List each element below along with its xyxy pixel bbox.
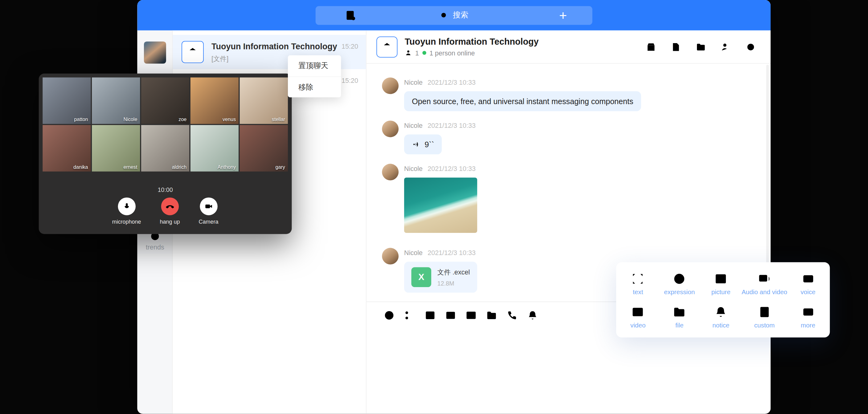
message-sender: Nicole (404, 78, 423, 86)
sender-avatar[interactable] (382, 121, 399, 137)
participant-name: zoe (179, 117, 186, 122)
participant-tile: patton (42, 77, 91, 124)
video-call-panel: patton Nicole zoe venus stellar danika e… (39, 74, 292, 234)
participant-name: ernest (123, 164, 137, 170)
folder-icon[interactable] (695, 41, 707, 52)
settings-icon[interactable] (745, 41, 756, 52)
participant-grid: patton Nicole zoe venus stellar danika e… (42, 77, 288, 171)
participant-name: danika (73, 164, 88, 170)
feature-video[interactable]: video (617, 300, 659, 333)
message-type-panel: text expression picture Audio and video … (616, 262, 830, 337)
screen: 搜索 + trends Tuoyun Information Technolog… (0, 0, 868, 414)
message-image: Nicole 2021/12/3 10:33 (382, 164, 477, 233)
audio-video-icon (757, 272, 772, 286)
participant-tile: ernest (92, 125, 140, 171)
feature-label: video (630, 322, 646, 328)
member-icon (405, 49, 412, 56)
conversation-title: Tuoyun Information Technology (212, 41, 337, 51)
text-bubble[interactable]: Open source, free, and universal instant… (404, 91, 641, 111)
sender-avatar[interactable] (382, 248, 399, 264)
feature-voice[interactable]: voice (787, 267, 829, 300)
conversation-time: 15:20 (342, 42, 358, 50)
voice-icon (801, 272, 815, 286)
chat-header-actions (646, 41, 756, 52)
notification-icon[interactable] (526, 309, 539, 322)
sender-avatar[interactable] (382, 164, 399, 181)
member-count: 1 (415, 49, 419, 57)
participant-tile: zoe (141, 77, 189, 124)
message-time: 2021/12/3 10:33 (428, 249, 475, 257)
context-menu: 置顶聊天 移除 (288, 56, 341, 97)
feature-file[interactable]: file (659, 300, 700, 333)
trends-label: trends (146, 243, 164, 251)
call-timer: 10:00 (39, 186, 292, 193)
composer-toolbar (383, 309, 539, 322)
call-icon[interactable] (506, 309, 519, 322)
video-icon (631, 305, 645, 319)
archive-icon[interactable] (646, 41, 656, 52)
participant-name: Nicole (123, 117, 137, 122)
online-dot (422, 51, 426, 55)
hang-up-label: hang up (160, 218, 180, 225)
participant-name: venus (222, 117, 236, 122)
chat-header: Tuoyun Information Technology 1 1 person… (367, 31, 771, 64)
message-time: 2021/12/3 10:33 (428, 78, 475, 86)
contact-card-icon[interactable] (465, 309, 477, 322)
search-input[interactable]: 搜索 (439, 10, 468, 20)
chat-record-search-icon[interactable] (671, 41, 682, 52)
search-icon (439, 11, 448, 20)
message-text: Nicole 2021/12/3 10:33 Open source, free… (382, 77, 641, 111)
sender-avatar[interactable] (382, 77, 399, 94)
file-attachment[interactable]: X 文件 .excel 12.8M (404, 262, 477, 293)
feature-label: custom (754, 322, 775, 328)
participant-tile: danika (42, 125, 91, 171)
chat-main: Tuoyun Information Technology 1 1 person… (367, 31, 771, 414)
feature-notice[interactable]: notice (700, 300, 741, 333)
participant-tile: Nicole (92, 77, 140, 124)
message-sender: Nicole (404, 122, 423, 129)
beach-photo-thumbnail[interactable] (404, 178, 477, 233)
group-building-icon (376, 36, 397, 57)
add-button[interactable]: + (559, 6, 567, 24)
participant-tile: gary (240, 125, 288, 171)
microphone-mute-button[interactable] (118, 197, 135, 215)
user-avatar[interactable] (144, 41, 166, 64)
participant-name: gary (275, 164, 285, 170)
feature-audio-video[interactable]: Audio and video (742, 267, 787, 300)
video-icon[interactable] (444, 309, 457, 322)
folder-icon[interactable] (486, 309, 498, 322)
more-icon (801, 305, 815, 319)
feature-custom[interactable]: custom (742, 300, 787, 333)
feature-text[interactable]: text (617, 267, 659, 300)
conversation-time: 15:20 (342, 77, 358, 85)
voice-duration: 9`` (425, 140, 434, 149)
screenshot-icon[interactable] (403, 309, 416, 322)
camera-off-button[interactable] (200, 197, 217, 215)
feature-label: picture (711, 289, 731, 295)
file-name: 文件 .excel (437, 268, 470, 277)
emoji-icon[interactable] (383, 309, 396, 322)
feature-label: notice (712, 322, 729, 328)
voice-bubble[interactable]: 9`` (404, 134, 442, 154)
add-member-icon[interactable] (720, 41, 732, 52)
menu-item-remove[interactable]: 移除 (288, 76, 341, 97)
image-icon[interactable] (424, 309, 436, 322)
file-icon (672, 305, 687, 319)
feature-expression[interactable]: expression (659, 267, 700, 300)
participant-tile: venus (190, 77, 239, 124)
search-label: 搜索 (453, 10, 468, 20)
file-size: 12.8M (437, 280, 470, 287)
menu-item-pin-chat[interactable]: 置顶聊天 (288, 56, 341, 76)
feature-picture[interactable]: picture (700, 267, 741, 300)
text-icon (631, 272, 645, 286)
feature-more[interactable]: more (787, 300, 829, 333)
online-status: 1 person online (429, 49, 475, 57)
participant-name: stellar (272, 117, 285, 122)
microphone-label: microphone (112, 218, 141, 225)
participant-tile: aldrich (141, 125, 189, 171)
group-building-icon (182, 41, 204, 63)
contacts-book-icon[interactable] (344, 9, 356, 22)
feature-label: expression (664, 289, 695, 295)
voice-wave-icon (412, 140, 421, 149)
hang-up-button[interactable] (161, 197, 179, 215)
